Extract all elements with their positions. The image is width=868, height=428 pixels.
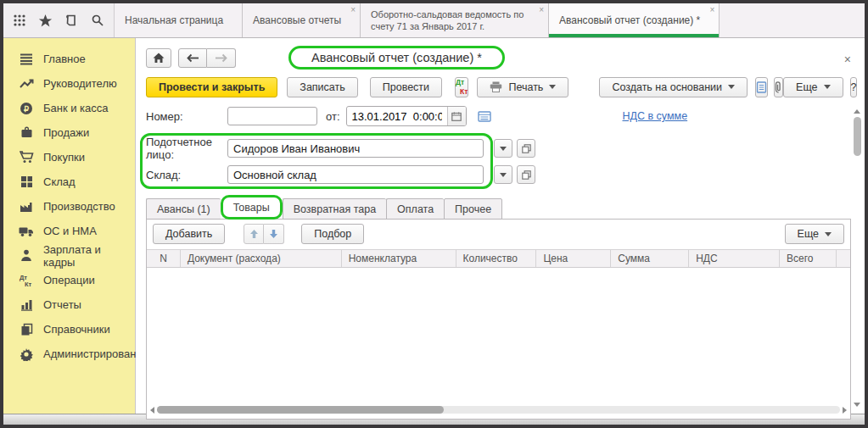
sidebar-item-label: Банк и касса <box>43 102 109 114</box>
history-button[interactable] <box>62 11 81 30</box>
post-and-close-button[interactable]: Провести и закрыть <box>146 77 277 97</box>
tab-payment[interactable]: Оплата <box>386 198 444 220</box>
forward-button[interactable] <box>207 48 236 68</box>
window-tabs: Начальная страница Авансовые отчеты × Об… <box>115 3 865 37</box>
search-button[interactable] <box>88 11 107 30</box>
tab-advance-reports[interactable]: Авансовые отчеты × <box>243 3 361 37</box>
column-header-total[interactable]: Всего <box>780 250 837 267</box>
tab-close-icon[interactable]: × <box>709 6 714 14</box>
tab-close-icon[interactable]: × <box>350 6 356 14</box>
help-button[interactable]: ? <box>850 77 858 97</box>
sidebar-item-reports[interactable]: Отчеты <box>3 292 135 317</box>
sidebar-item-label: ОС и НМА <box>43 225 97 237</box>
tab-returnable-packaging[interactable]: Возвратная тара <box>283 198 386 220</box>
column-header-nomenclature[interactable]: Номенклатура <box>342 250 456 267</box>
column-header-vat[interactable]: НДС <box>689 250 780 267</box>
accountable-person-label: Подотчетное лицо: <box>146 136 227 161</box>
ref-fields-block: Подотчетное лицо: Склад: <box>146 138 535 185</box>
home-button[interactable] <box>146 48 171 68</box>
warehouse-input[interactable] <box>227 165 484 184</box>
sidebar-item-directories[interactable]: Справочники <box>3 317 135 342</box>
post-button[interactable]: Провести <box>370 77 442 97</box>
move-up-button[interactable] <box>244 224 264 244</box>
related-documents-button[interactable] <box>755 77 768 97</box>
tab-advance-report-new[interactable]: Авансовый отчет (создание) * × <box>549 3 720 37</box>
scroll-up-icon[interactable] <box>854 109 860 114</box>
horizontal-scroll-track[interactable] <box>157 406 840 414</box>
number-input[interactable] <box>227 107 317 125</box>
nav-buttons <box>178 48 236 68</box>
sidebar-item-main[interactable]: Главное <box>3 47 135 71</box>
create-based-on-button[interactable]: Создать на основании <box>599 77 748 97</box>
calendar-button[interactable] <box>447 107 466 125</box>
column-header-quantity[interactable]: Количество <box>456 250 537 267</box>
add-row-button[interactable]: Добавить <box>153 224 225 244</box>
sidebar-item-purchases[interactable]: Покупки <box>3 145 135 170</box>
tab-goods[interactable]: Товары <box>221 195 283 220</box>
home-icon <box>153 53 165 64</box>
open-link-icon <box>522 144 531 153</box>
horizontal-scroll-thumb[interactable] <box>157 406 444 414</box>
accountable-person-open-button[interactable] <box>517 139 535 158</box>
more-button[interactable]: Еще <box>783 77 843 97</box>
tab-other[interactable]: Прочее <box>444 198 502 220</box>
column-header-n[interactable]: N <box>147 250 181 267</box>
tab-home-page[interactable]: Начальная страница <box>115 3 243 37</box>
document-form: Авансовый отчет (создание) * × Провести … <box>136 38 865 414</box>
forward-arrow-icon <box>215 53 227 63</box>
vertical-scroll-thumb[interactable] <box>854 117 861 156</box>
warehouse-open-button[interactable] <box>517 165 535 184</box>
column-header-price[interactable]: Цена <box>536 250 611 267</box>
pick-items-button[interactable]: Подбор <box>301 224 364 244</box>
sidebar-item-sales[interactable]: Продажи <box>3 120 135 145</box>
vat-in-total-link[interactable]: НДС в сумме <box>623 110 688 122</box>
date-label: от: <box>326 110 340 123</box>
accountable-person-input[interactable] <box>227 139 484 158</box>
back-button[interactable] <box>178 48 207 68</box>
sidebar-item-administration[interactable]: Администрирование <box>3 342 135 366</box>
sidebar-item-label: Покупки <box>43 151 85 164</box>
save-button[interactable]: Записать <box>287 77 357 97</box>
sidebar-item-production[interactable]: Производство <box>3 194 135 219</box>
scroll-right-icon[interactable] <box>843 407 847 414</box>
tab-advances[interactable]: Авансы (1) <box>146 198 221 220</box>
warehouse-label: Склад: <box>146 169 227 181</box>
open-link-icon <box>522 170 531 180</box>
scroll-down-icon[interactable] <box>854 403 860 407</box>
app-body: Главное Руководителю ₽ Банк и касса Прод… <box>3 38 865 414</box>
column-header-document[interactable]: Документ (расхода) <box>181 250 342 267</box>
sidebar-item-label: Продажи <box>43 126 89 139</box>
trend-icon <box>20 78 34 90</box>
sidebar-item-operations[interactable]: ДтКт Операции <box>3 268 135 292</box>
open-list-button[interactable] <box>475 107 494 125</box>
sidebar-item-payroll-hr[interactable]: Зарплата и кадры <box>3 243 135 268</box>
items-more-button[interactable]: Еще <box>785 224 844 244</box>
attachments-button[interactable] <box>774 77 783 97</box>
sections-icon <box>20 53 33 65</box>
form-header: Авансовый отчет (создание) * <box>146 45 865 70</box>
move-down-button[interactable] <box>264 224 284 244</box>
accountable-person-dropdown-button[interactable] <box>494 139 512 158</box>
sidebar-item-warehouse[interactable]: Склад <box>3 170 135 194</box>
date-field <box>346 106 467 126</box>
print-button[interactable]: Печать <box>477 77 568 97</box>
scroll-left-icon[interactable] <box>150 407 154 414</box>
gear-icon <box>20 347 33 361</box>
number-label: Номер: <box>146 110 227 123</box>
items-table-body[interactable] <box>147 268 850 402</box>
sidebar-item-manager[interactable]: Руководителю <box>3 71 135 96</box>
dtkt-button[interactable]: Дт Кт <box>455 77 468 97</box>
warehouse-dropdown-button[interactable] <box>494 165 512 184</box>
tab-close-icon[interactable]: × <box>539 6 544 14</box>
quick-access-panel <box>3 3 115 37</box>
form-close-icon[interactable]: × <box>844 53 851 65</box>
ruble-icon: ₽ <box>20 102 33 115</box>
sidebar-item-bank-cash[interactable]: ₽ Банк и касса <box>3 96 135 120</box>
tab-trial-balance[interactable]: Оборотно-сальдовая ведомость по счету 71… <box>361 3 549 37</box>
date-input[interactable] <box>347 108 447 125</box>
favorites-button[interactable] <box>36 11 55 30</box>
sidebar-item-fixed-assets[interactable]: ОС и НМА <box>3 219 135 243</box>
apps-menu-button[interactable] <box>10 11 29 30</box>
column-header-sum[interactable]: Сумма <box>611 250 689 267</box>
top-bar: Начальная страница Авансовые отчеты × Об… <box>3 3 865 38</box>
